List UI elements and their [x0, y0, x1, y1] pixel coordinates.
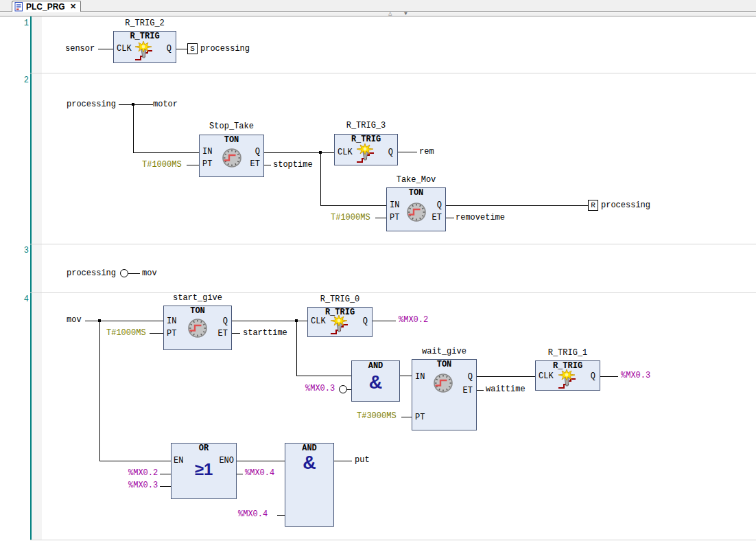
operand-label[interactable]: processing — [200, 45, 250, 54]
operand-label[interactable]: rem — [419, 148, 434, 157]
pin-label: ET — [432, 214, 442, 222]
pin-label: Q — [388, 148, 393, 157]
pin-label: ET — [463, 387, 473, 395]
literal-label[interactable]: T#1000MS — [142, 161, 182, 170]
network-separator — [30, 540, 756, 540]
rtrig-block[interactable]: R_TRIG CLK Q — [307, 307, 373, 337]
wire — [373, 321, 396, 321]
pin-label: ET — [250, 160, 260, 169]
pin-label: Q — [255, 148, 260, 157]
operand-label[interactable]: processing — [67, 269, 116, 278]
wire — [446, 218, 454, 218]
editor-tab-bar: PLC_PRG ✕ — [0, 0, 756, 12]
wire — [237, 474, 243, 474]
instance-label[interactable]: wait_give — [412, 347, 477, 356]
literal-label[interactable]: T#3000MS — [357, 412, 397, 421]
and-block[interactable]: AND & — [285, 443, 334, 527]
ton-block[interactable]: TON IN PT Q ET — [386, 187, 446, 231]
pin-label: Q — [468, 373, 473, 382]
set-coil[interactable]: S — [187, 43, 198, 54]
instance-label[interactable]: start_give — [163, 294, 232, 303]
operand-label[interactable]: processing — [67, 100, 116, 109]
operand-label[interactable]: mov — [67, 316, 82, 325]
ton-block[interactable]: TON IN PT Q ET — [163, 306, 232, 350]
pin-label: IN — [167, 317, 176, 326]
instance-label[interactable]: R_TRIG_2 — [113, 19, 176, 28]
rtrig-block[interactable]: R_TRIG CLK Q — [334, 134, 398, 165]
timer-clock-icon — [404, 200, 429, 225]
instance-label[interactable]: R_TRIG_0 — [307, 295, 373, 304]
operand-label[interactable]: stoptime — [273, 161, 313, 170]
ton-block[interactable]: TON IN PT Q ET — [412, 359, 477, 430]
pin-label: IN — [202, 148, 212, 157]
network-number-2[interactable]: 2 — [12, 76, 29, 85]
instance-label[interactable]: R_TRIG_1 — [535, 349, 600, 358]
declaration-splitter[interactable]: △ ▼ — [0, 12, 756, 16]
block-type-label: TON — [412, 360, 476, 369]
instance-label[interactable]: Stop_Take — [199, 122, 264, 131]
operand-label[interactable]: put — [355, 456, 370, 465]
instance-label[interactable]: R_TRIG_3 — [334, 122, 398, 130]
pou-document-icon — [14, 2, 23, 12]
wire — [98, 49, 113, 49]
pin-label: Q — [591, 372, 595, 381]
wire — [277, 515, 285, 516]
pin-label: PT — [167, 330, 176, 338]
wire — [264, 152, 334, 153]
operand-label[interactable]: motor — [153, 100, 178, 109]
block-type-label: TON — [387, 189, 445, 198]
block-type-label: TON — [164, 307, 231, 316]
wire — [232, 333, 240, 334]
operand-label[interactable]: starttime — [243, 329, 287, 338]
wire — [446, 205, 588, 206]
pin-label: Q — [167, 45, 172, 54]
address-label[interactable]: %MX0.4 — [238, 510, 268, 519]
rising-edge-icon — [356, 143, 377, 165]
network-separator — [30, 244, 756, 244]
network-separator — [30, 292, 756, 293]
network-number-1[interactable]: 1 — [12, 19, 29, 28]
fbd-editor-window: PLC_PRG ✕ △ ▼ 1 2 3 4 sensor R_TRIG_2 R_… — [0, 0, 756, 552]
negation-circle[interactable] — [120, 269, 128, 277]
wire — [176, 49, 187, 49]
pin-label: IN — [415, 373, 425, 382]
tab-plc-prg[interactable]: PLC_PRG ✕ — [12, 1, 81, 12]
literal-label[interactable]: T#1000MS — [331, 214, 370, 222]
splitter-collapse-icon[interactable]: △ — [388, 10, 392, 17]
tab-title: PLC_PRG — [26, 2, 65, 12]
address-label[interactable]: %MX0.4 — [245, 469, 274, 478]
splitter-expand-icon[interactable]: ▼ — [404, 10, 407, 17]
operand-label[interactable]: removetime — [456, 214, 505, 222]
operand-label[interactable]: processing — [601, 201, 650, 210]
wire — [400, 376, 412, 376]
wire — [296, 376, 351, 376]
or-symbol: ≥1 — [172, 460, 236, 479]
wire — [320, 205, 386, 206]
literal-label[interactable]: T#1000MS — [106, 329, 146, 338]
address-label[interactable]: %MX0.3 — [305, 384, 335, 393]
wire — [187, 165, 199, 165]
rtrig-block[interactable]: R_TRIG CLK Q — [535, 360, 600, 391]
ton-block[interactable]: TON IN PT Q ET — [199, 135, 264, 177]
timer-clock-icon — [220, 146, 244, 170]
and-block[interactable]: AND & — [351, 360, 400, 402]
tab-close-icon[interactable]: ✕ — [70, 2, 76, 11]
address-label[interactable]: %MX0.2 — [399, 316, 428, 325]
operand-label[interactable]: mov — [142, 269, 157, 278]
or-block[interactable]: OR EN ENO ≥1 — [171, 443, 237, 499]
address-label[interactable]: %MX0.2 — [128, 469, 158, 478]
pin-label: ET — [218, 330, 228, 338]
instance-label[interactable]: Take_Mov — [386, 176, 446, 185]
operand-label[interactable]: sensor — [65, 45, 95, 54]
address-label[interactable]: %MX0.3 — [128, 481, 158, 490]
operand-label[interactable]: waittime — [486, 385, 525, 394]
wire — [401, 417, 412, 417]
wire — [320, 152, 321, 205]
address-label[interactable]: %MX0.3 — [621, 371, 650, 380]
network-number-4[interactable]: 4 — [12, 295, 29, 304]
rtrig-block[interactable]: R_TRIG CLK Q — [113, 31, 176, 63]
reset-coil[interactable]: R — [588, 200, 598, 211]
pin-label: CLK — [117, 45, 132, 54]
network-number-3[interactable]: 3 — [12, 246, 29, 255]
wire — [296, 321, 297, 376]
